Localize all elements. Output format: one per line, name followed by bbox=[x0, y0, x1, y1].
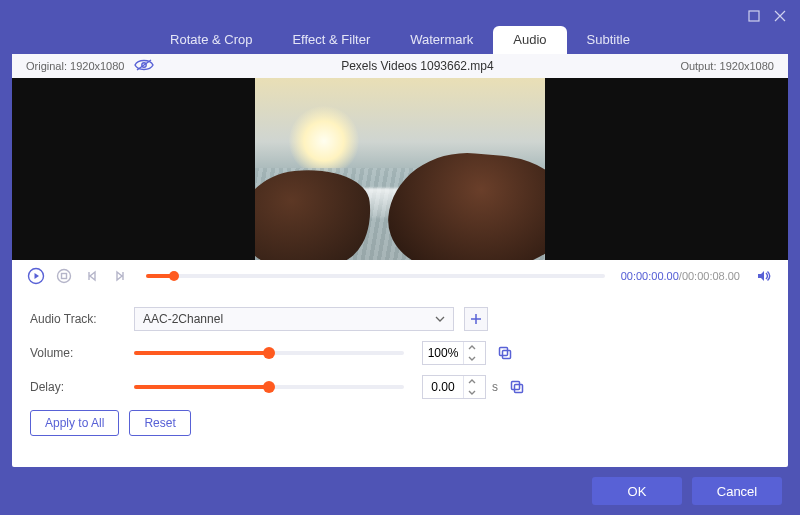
prev-frame-icon[interactable] bbox=[82, 266, 102, 286]
apply-to-all-button[interactable]: Apply to All bbox=[30, 410, 119, 436]
svg-rect-5 bbox=[62, 274, 67, 279]
preview-toggle-icon[interactable] bbox=[134, 58, 154, 74]
action-row: Apply to All Reset bbox=[12, 404, 788, 442]
tab-rotate-crop[interactable]: Rotate & Crop bbox=[150, 26, 272, 54]
original-label: Original: 1920x1080 bbox=[26, 60, 124, 72]
stop-icon[interactable] bbox=[54, 266, 74, 286]
volume-slider[interactable] bbox=[134, 351, 404, 355]
tab-audio[interactable]: Audio bbox=[493, 26, 566, 54]
delay-step-down[interactable] bbox=[464, 387, 479, 398]
ok-button[interactable]: OK bbox=[592, 477, 682, 505]
svg-rect-7 bbox=[503, 351, 511, 359]
chevron-down-icon bbox=[435, 316, 445, 322]
tab-watermark[interactable]: Watermark bbox=[390, 26, 493, 54]
preview-area bbox=[12, 78, 788, 260]
volume-label: Volume: bbox=[30, 346, 134, 360]
delay-compare-icon[interactable] bbox=[506, 376, 528, 398]
output-label: Output: 1920x1080 bbox=[680, 60, 774, 72]
audio-form: Audio Track: AAC-2Channel Volume: D bbox=[12, 292, 788, 404]
main-panel: Original: 1920x1080 Pexels Videos 109366… bbox=[12, 54, 788, 467]
play-icon[interactable] bbox=[26, 266, 46, 286]
volume-compare-icon[interactable] bbox=[494, 342, 516, 364]
delay-slider[interactable] bbox=[134, 385, 404, 389]
volume-input[interactable] bbox=[422, 341, 486, 365]
playback-controls: 00:00:00.00/00:00:08.00 bbox=[12, 260, 788, 292]
footer: OK Cancel bbox=[0, 467, 800, 515]
close-button[interactable] bbox=[770, 6, 790, 26]
svg-rect-0 bbox=[749, 11, 759, 21]
cancel-button[interactable]: Cancel bbox=[692, 477, 782, 505]
tab-subtitle[interactable]: Subtitle bbox=[567, 26, 650, 54]
time-display: 00:00:00.00/00:00:08.00 bbox=[621, 270, 740, 282]
timeline-slider[interactable] bbox=[146, 274, 605, 278]
volume-icon[interactable] bbox=[754, 266, 774, 286]
volume-step-down[interactable] bbox=[464, 353, 479, 364]
svg-point-4 bbox=[58, 270, 71, 283]
delay-label: Delay: bbox=[30, 380, 134, 394]
tab-strip: Rotate & Crop Effect & Filter Watermark … bbox=[0, 26, 800, 54]
volume-step-up[interactable] bbox=[464, 342, 479, 353]
add-track-button[interactable] bbox=[464, 307, 488, 331]
audio-track-select[interactable]: AAC-2Channel bbox=[134, 307, 454, 331]
filename-label: Pexels Videos 1093662.mp4 bbox=[341, 59, 494, 73]
delay-input[interactable] bbox=[422, 375, 486, 399]
video-frame bbox=[255, 78, 545, 260]
volume-field[interactable] bbox=[423, 346, 463, 360]
maximize-button[interactable] bbox=[744, 6, 764, 26]
info-bar: Original: 1920x1080 Pexels Videos 109366… bbox=[12, 54, 788, 78]
svg-rect-8 bbox=[512, 382, 520, 390]
audio-track-label: Audio Track: bbox=[30, 312, 134, 326]
reset-button[interactable]: Reset bbox=[129, 410, 190, 436]
svg-rect-6 bbox=[500, 348, 508, 356]
svg-rect-9 bbox=[515, 385, 523, 393]
delay-unit: s bbox=[492, 380, 498, 394]
delay-step-up[interactable] bbox=[464, 376, 479, 387]
delay-field[interactable] bbox=[423, 380, 463, 394]
next-frame-icon[interactable] bbox=[110, 266, 130, 286]
tab-effect-filter[interactable]: Effect & Filter bbox=[272, 26, 390, 54]
